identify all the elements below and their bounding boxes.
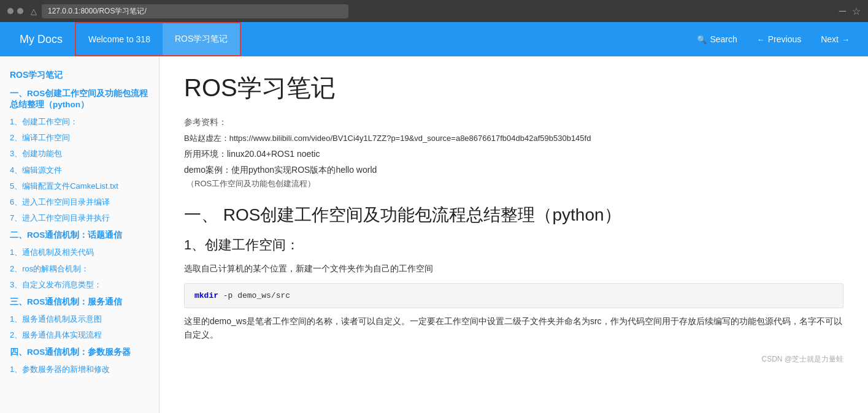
- arrow-right-icon: →: [842, 35, 850, 44]
- sidebar-item-2-3[interactable]: 3、自定义发布消息类型：: [0, 277, 159, 293]
- sidebar-item-4-1[interactable]: 1、参数服务器的新增和修改: [0, 362, 159, 377]
- section-heading-1-1: 1、创建工作空间：: [184, 236, 843, 254]
- env-label: 所用环境：linux20.04+ROS1 noetic: [184, 149, 843, 160]
- code-keyword: mkdir: [194, 291, 218, 300]
- sidebar-item-1-3[interactable]: 3、创建功能包: [0, 146, 159, 162]
- main-content: ROS学习笔记 参考资料： B站赵虚左：https://www.bilibili…: [159, 56, 868, 413]
- main-layout: ROS学习笔记 一、ROS创建工作空间及功能包流程总结整理（python） 1、…: [0, 56, 868, 413]
- footer-credit: CSDN @芝士就是力量蛙: [184, 349, 843, 365]
- sidebar-item-1-5[interactable]: 5、编辑配置文件CamkeList.txt: [0, 178, 159, 194]
- sidebar-item-2-2[interactable]: 2、ros的解耦合机制：: [0, 261, 159, 277]
- search-label: Search: [710, 34, 737, 44]
- sidebar-item-1-7[interactable]: 7、进入工作空间目录并执行: [0, 210, 159, 226]
- browser-dot: [7, 8, 13, 14]
- sidebar-section-1[interactable]: 一、ROS创建工作空间及功能包流程总结整理（python）: [0, 85, 159, 114]
- demo-sub: （ROS工作空间及功能包创建流程）: [184, 178, 843, 189]
- create-desc: 选取自己计算机的某个位置，新建一个文件夹作为自己的工作空间: [184, 262, 843, 275]
- sidebar-item-1-2[interactable]: 2、编译工作空间: [0, 130, 159, 146]
- ref-label: 参考资料：: [184, 117, 843, 128]
- tab-welcome[interactable]: Welcome to 318: [76, 23, 163, 55]
- star-icon[interactable]: ☆: [852, 6, 861, 17]
- next-button[interactable]: Next →: [812, 29, 858, 49]
- sidebar-section-4[interactable]: 四、ROS通信机制：参数服务器: [0, 343, 159, 362]
- sidebar-item-1-4[interactable]: 4、编辑源文件: [0, 162, 159, 178]
- sidebar-item-1-6[interactable]: 6、进入工作空间目录并编译: [0, 194, 159, 210]
- sidebar-item-2-1[interactable]: 1、通信机制及相关代码: [0, 244, 159, 260]
- code-block-mkdir: mkdir -p demo_ws/src: [184, 283, 843, 308]
- demo-label: demo案例：使用python实现ROS版本的hello world: [184, 165, 843, 176]
- next-label: Next: [821, 34, 839, 44]
- browser-dot2: [17, 8, 23, 14]
- tab-ros[interactable]: ROS学习笔记: [163, 23, 240, 55]
- sidebar-item-1-1[interactable]: 1、创建工作空间：: [0, 114, 159, 130]
- previous-button[interactable]: ← Previous: [748, 29, 810, 49]
- section-heading-1: 一、 ROS创建工作空间及功能包流程总结整理（python）: [184, 204, 843, 226]
- bilibili-url: B站赵虚左：https://www.bilibili.com/video/BV1…: [184, 133, 843, 144]
- sidebar: ROS学习笔记 一、ROS创建工作空间及功能包流程总结整理（python） 1、…: [0, 56, 159, 413]
- desc2: 这里的demo_ws是笔者工作空间的名称，读者可以自定义。一定要在工作空间中设置…: [184, 314, 843, 342]
- navbar-tabs: Welcome to 318 ROS学习笔记: [75, 22, 241, 56]
- search-icon: 🔍: [697, 35, 707, 44]
- browser-url[interactable]: 127.0.0.1:8000/ROS学习笔记/: [42, 4, 348, 18]
- code-rest: -p demo_ws/src: [218, 291, 290, 300]
- sidebar-item-3-2[interactable]: 2、服务通信具体实现流程: [0, 327, 159, 343]
- search-button[interactable]: 🔍 Search: [688, 29, 745, 49]
- sidebar-section-ros[interactable]: ROS学习笔记: [0, 66, 159, 85]
- brand-link[interactable]: My Docs: [10, 33, 72, 46]
- page-title: ROS学习笔记: [184, 71, 843, 105]
- sidebar-section-3[interactable]: 三、ROS通信机制：服务通信: [0, 293, 159, 311]
- shield-icon: △: [31, 7, 37, 16]
- navbar: My Docs Welcome to 318 ROS学习笔记 🔍 Search …: [0, 22, 868, 56]
- browser-right-controls: ─ ☆: [839, 6, 861, 17]
- previous-label: Previous: [768, 34, 801, 44]
- browser-chrome: △ 127.0.0.1:8000/ROS学习笔记/ ─ ☆: [0, 0, 868, 22]
- browser-icons: [7, 8, 23, 14]
- sidebar-item-3-1[interactable]: 1、服务通信机制及示意图: [0, 311, 159, 327]
- bookmark-icon[interactable]: ─: [839, 6, 846, 17]
- sidebar-section-2[interactable]: 二、ROS通信机制：话题通信: [0, 226, 159, 244]
- arrow-left-icon: ←: [757, 35, 765, 44]
- navbar-right: 🔍 Search ← Previous Next →: [688, 29, 858, 49]
